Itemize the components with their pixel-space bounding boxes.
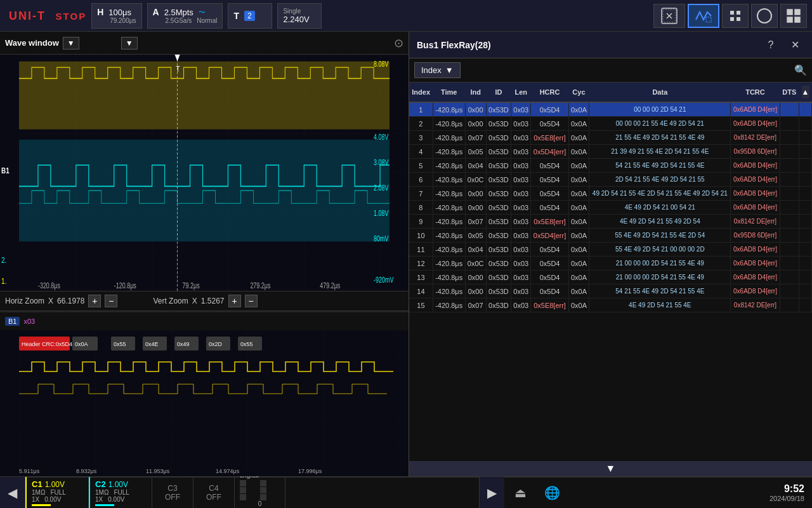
circle-icon[interactable]	[751, 4, 778, 28]
a-group[interactable]: A 2.5Mpts 〜 2.5GSa/s Normal	[147, 3, 223, 29]
col-tcrc: TCRC	[731, 83, 780, 102]
table-row[interactable]: 5 -420.8μs 0x04 0x53D 0x03 0x5D4 0x0A 54…	[409, 159, 812, 173]
table-row[interactable]: 4 -420.8μs 0x05 0x53D 0x03 0x5D4[err] 0x…	[409, 145, 812, 159]
nav-left-button[interactable]: ◀	[0, 477, 25, 508]
wave-minimize[interactable]: ⊙	[394, 36, 403, 50]
table-row[interactable]: 12 -420.8μs 0x0C 0x53D 0x03 0x5D4 0x0A 2…	[409, 257, 812, 271]
scroll-down-button[interactable]: ▼	[409, 461, 812, 476]
table-row[interactable]: 14 -420.8μs 0x00 0x53D 0x03 0x5D4 0x0A 5…	[409, 284, 812, 298]
vert-zoom-minus[interactable]: −	[245, 295, 258, 307]
cell-id: 0x53D	[486, 173, 511, 187]
cell-tcrc: 0x8142 DE[err]	[731, 131, 780, 145]
cell-dts	[780, 201, 799, 215]
waveform-icon[interactable]	[688, 4, 719, 28]
svg-text:80mV: 80mV	[374, 234, 389, 243]
cell-time: -420.8μs	[433, 159, 465, 173]
help-button[interactable]: ?	[761, 36, 780, 55]
table-row[interactable]: 3 -420.8μs 0x07 0x53D 0x03 0x5E8[err] 0x…	[409, 131, 812, 145]
toolbar-right	[653, 4, 807, 28]
cell-id: 0x53D	[486, 131, 511, 145]
wave-title: Wave window	[5, 38, 59, 48]
waveform-area-top[interactable]: T B1 1. 2. 8.08V 4.08V 3.08V 2.08V 1.08V…	[0, 55, 409, 291]
stop-label[interactable]: STOP	[56, 11, 87, 22]
right-icons: ? ✕	[761, 36, 804, 55]
c2-volt: 1.00V	[108, 480, 128, 489]
cell-time: -420.8μs	[433, 298, 465, 312]
col-len: Len	[511, 83, 531, 102]
cell-extra	[799, 298, 812, 312]
t-group[interactable]: T 2	[228, 3, 272, 29]
horiz-zoom-minus[interactable]: −	[105, 295, 117, 307]
table-row[interactable]: 15 -420.8μs 0x07 0x53D 0x03 0x5E8[err] 0…	[409, 298, 812, 312]
data-table-wrap[interactable]: Index Time Ind ID Len HCRC Cyc Data TCRC…	[409, 83, 812, 461]
cell-extra	[799, 271, 812, 284]
cell-ind: 0x04	[465, 159, 486, 173]
dig-dot-1	[240, 480, 246, 486]
grid-icon[interactable]	[780, 4, 807, 28]
cell-cyc: 0x0A	[568, 145, 589, 159]
cell-len: 0x03	[511, 229, 531, 243]
cell-len: 0x03	[511, 271, 531, 284]
nav-right-button[interactable]: ▶	[479, 477, 504, 508]
col-data: Data	[589, 83, 731, 102]
cell-id: 0x53D	[486, 257, 511, 271]
table-row[interactable]: 2 -420.8μs 0x00 0x53D 0x03 0x5D4 0x0A 00…	[409, 117, 812, 131]
horiz-zoom-plus[interactable]: +	[88, 295, 101, 307]
cell-data: 21 55 4E 49 2D 54 21 55 4E 49	[589, 131, 731, 145]
date-display: 2024/09/18	[769, 495, 804, 502]
cell-cyc: 0x0A	[568, 131, 589, 145]
c1-offset: 0.00V	[44, 496, 61, 503]
decode-area: B1 x03 Header CRC:0x5D4 0x0A	[0, 311, 409, 476]
close-button[interactable]: ✕	[785, 36, 804, 55]
cell-extra	[799, 145, 812, 159]
svg-text:0x2D: 0x2D	[209, 341, 223, 347]
cell-len: 0x03	[511, 145, 531, 159]
cell-ind: 0x00	[465, 187, 486, 201]
cell-extra	[799, 284, 812, 298]
table-row[interactable]: 11 -420.8μs 0x04 0x53D 0x03 0x5D4 0x0A 5…	[409, 243, 812, 257]
cell-index: 8	[409, 201, 433, 215]
cell-index: 15	[409, 298, 433, 312]
vert-zoom-plus[interactable]: +	[228, 295, 241, 307]
table-row[interactable]: 9 -420.8μs 0x07 0x53D 0x03 0x5E8[err] 0x…	[409, 215, 812, 229]
wave-dropdown2[interactable]: ▼	[121, 37, 138, 50]
single-group[interactable]: Single 2.240V	[277, 3, 322, 29]
search-dropdown[interactable]: Index ▼	[414, 62, 461, 78]
decode-canvas[interactable]: Header CRC:0x5D4 0x0A 0x55 0x4E 0x49 0x2…	[0, 330, 409, 476]
table-row[interactable]: 7 -420.8μs 0x00 0x53D 0x03 0x5D4 0x0A 49…	[409, 187, 812, 201]
cell-data: 21 00 00 00 2D 54 21 55 4E 49	[589, 257, 731, 271]
cell-index: 14	[409, 284, 433, 298]
cell-time: -420.8μs	[433, 215, 465, 229]
menu-icon[interactable]	[722, 4, 749, 28]
cell-index: 9	[409, 215, 433, 229]
table-row[interactable]: 10 -420.8μs 0x05 0x53D 0x03 0x5D4[err] 0…	[409, 229, 812, 243]
cell-index: 3	[409, 131, 433, 145]
scroll-up-button[interactable]: ▲	[802, 86, 809, 98]
capture-icon[interactable]	[653, 4, 685, 28]
search-dropdown-arrow: ▼	[445, 65, 454, 75]
c2-offset: 0.00V	[108, 496, 124, 503]
cell-id: 0x53D	[486, 271, 511, 284]
svg-text:0x55: 0x55	[240, 341, 253, 347]
c4-block[interactable]: C4 OFF	[193, 477, 235, 508]
table-row[interactable]: 1 -420.8μs 0x00 0x53D 0x03 0x5D4 0x0A 00…	[409, 102, 812, 117]
table-row[interactable]: 6 -420.8μs 0x0C 0x53D 0x03 0x5D4 0x0A 2D…	[409, 173, 812, 187]
wave-dropdown1[interactable]: ▼	[63, 37, 79, 50]
digital-block[interactable]: Digital 0 15	[235, 477, 285, 508]
cell-time: -420.8μs	[433, 243, 465, 257]
col-hcrc: HCRC	[531, 83, 568, 102]
cell-extra	[799, 257, 812, 271]
c2-block[interactable]: C2 1.00V 1MΩ FULL 1X 0.00V	[89, 477, 152, 508]
cell-len: 0x03	[511, 298, 531, 312]
search-button[interactable]: 🔍	[794, 64, 807, 76]
right-panel: Bus1 FlexRay(28) ? ✕ Index ▼ 🔍 Index Tim…	[409, 32, 812, 476]
h-group[interactable]: H 100μs 79.200μs	[91, 3, 141, 29]
table-row[interactable]: 13 -420.8μs 0x00 0x53D 0x03 0x5D4 0x0A 2…	[409, 271, 812, 284]
cell-index: 6	[409, 173, 433, 187]
single-label: Single	[283, 8, 301, 15]
cell-ind: 0x07	[465, 131, 486, 145]
cell-dts	[780, 131, 799, 145]
c1-block[interactable]: C1 1.00V 1MΩ FULL 1X 0.00V	[25, 477, 89, 508]
table-row[interactable]: 8 -420.8μs 0x00 0x53D 0x03 0x5D4 0x0A 4E…	[409, 201, 812, 215]
c3-block[interactable]: C3 OFF	[152, 477, 193, 508]
